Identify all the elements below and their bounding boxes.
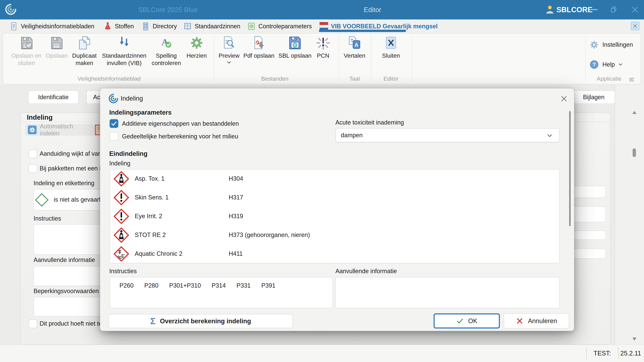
classification-hcode: H304	[229, 175, 243, 182]
active-tab-underline	[319, 30, 406, 32]
preview-button[interactable]: Preview	[216, 35, 242, 67]
p-codes-box[interactable]: P260 P280 P301+P310 P314 P331 P391	[110, 277, 333, 308]
window-title: Editor	[352, 0, 393, 19]
review-button[interactable]: Herzien	[181, 35, 212, 59]
window-scrollbar-thumb[interactable]	[632, 148, 636, 157]
substances-flask-icon	[103, 22, 112, 31]
additive-checkbox[interactable]	[110, 119, 118, 128]
p-code: P280	[144, 282, 158, 308]
close-icon	[633, 24, 638, 28]
attachments-pane	[615, 85, 644, 345]
classification-name: Aquatic Chronic 2	[135, 250, 182, 257]
close-editor-button[interactable]: Sluiten	[374, 35, 408, 59]
classification-row[interactable]: Eye Irrit. 2 H319	[110, 207, 559, 226]
classification-name: Asp. Tox. 1	[135, 175, 164, 182]
sbl-save-icon	[288, 35, 302, 50]
page-tab-identificatie[interactable]: Identificatie	[28, 90, 78, 104]
app-logo-icon	[5, 3, 17, 15]
help-button[interactable]: Help	[589, 60, 623, 69]
chevron-down-icon	[547, 133, 552, 139]
group-options-icon[interactable]	[629, 77, 634, 82]
classification-hcode: H319	[229, 213, 243, 220]
status-version: 25.2.11	[620, 345, 642, 362]
translate-icon	[347, 35, 362, 50]
scroll-down-arrow[interactable]	[632, 337, 636, 341]
save-sbl-button[interactable]: SBL opslaan	[274, 35, 316, 59]
acute-toxicity-select[interactable]: dampen	[336, 128, 560, 142]
not-hazardous-text: is niet als gevaarlij	[54, 196, 103, 203]
group-separator	[338, 36, 339, 82]
classification-name: Skin Sens. 1	[135, 194, 169, 201]
auto-classify-button[interactable]: Automatisch indelen	[25, 124, 94, 136]
classification-name: Eye Irrit. 2	[135, 213, 162, 220]
status-environment: TEST: SBL	[588, 345, 616, 362]
tab-label: Stoffen	[115, 23, 134, 30]
group-separator	[371, 36, 371, 82]
additive-label: Additieve eigenschappen van bestanddelen	[122, 120, 239, 127]
product-checkbox[interactable]	[28, 319, 37, 328]
chevron-down-icon	[618, 62, 623, 67]
dialog-scrollbar[interactable]	[569, 111, 571, 226]
minimize-button[interactable]	[590, 9, 598, 10]
scroll-up-arrow[interactable]	[632, 111, 636, 114]
tab-standaardzinnen[interactable]: Standaardzinnen	[183, 20, 240, 32]
packages-checkbox[interactable]	[28, 164, 37, 173]
classification-row[interactable]: Aquatic Chronic 2 H411	[110, 244, 559, 263]
designation-checkbox[interactable]	[28, 150, 37, 158]
classification-row[interactable]: Skin Sens. 1 H317	[110, 188, 559, 207]
classification-list[interactable]: Asp. Tox. 1 H304 Skin Sens. 1 H317 Eye I…	[110, 169, 560, 263]
dutch-flag-icon	[320, 22, 328, 31]
restore-button[interactable]	[610, 6, 618, 14]
help-icon	[589, 60, 599, 69]
tab-label: Standaardzinnen	[195, 23, 240, 30]
close-window-button[interactable]	[631, 6, 639, 14]
translate-button[interactable]: Vertalen	[340, 35, 369, 59]
classification-row[interactable]: Asp. Tox. 1 H304	[110, 170, 559, 188]
save-pdf-button[interactable]: Pdf opslaan	[239, 35, 279, 59]
user-avatar-icon[interactable]	[545, 4, 555, 15]
dialog-instructions-label: Instructies	[109, 268, 137, 275]
cancel-button[interactable]: Annuleren	[504, 313, 569, 329]
ribbon-group-label: Editor	[374, 75, 408, 83]
group-separator	[214, 36, 214, 82]
status-divider	[618, 347, 618, 359]
pcn-button[interactable]: PCN	[311, 35, 335, 59]
review-gear-icon	[189, 35, 204, 50]
overview-calculation-button[interactable]: Σ Overzicht berekening indeling	[108, 314, 293, 328]
labeling-label: Indeling en etikettering	[34, 180, 94, 187]
account-name[interactable]: SBLCORE	[556, 0, 592, 19]
pcn-icon	[316, 35, 330, 50]
check-icon	[456, 317, 464, 325]
group-separator	[412, 36, 412, 82]
group-separator	[585, 36, 586, 82]
p-code: P314	[212, 282, 226, 308]
save-and-close-button[interactable]: Opslaan en sluiten	[7, 35, 46, 67]
tab-controleparameters[interactable]: Controleparameters	[247, 20, 312, 32]
tab-stoffen[interactable]: Stoffen	[103, 20, 134, 32]
settings-gear-icon	[589, 40, 599, 50]
titlebar: SBLCore 2025 Blue Editor SBLCORE	[0, 0, 644, 19]
close-editor-icon	[384, 35, 398, 50]
tab-label: Controleparameters	[258, 23, 312, 30]
sds-document-icon	[10, 22, 18, 31]
phrases-book-icon	[183, 22, 192, 31]
p-code: P391	[262, 282, 276, 308]
ghs-pictogram-icon	[113, 189, 129, 206]
dialog-additional-label: Aanvullende informatie	[336, 268, 397, 275]
tab-veiligheidsinformatiebladen[interactable]: Veiligheidsinformatiebladen	[10, 20, 94, 32]
dialog-additional-box[interactable]	[336, 277, 560, 308]
page-tab-bijlagen[interactable]: Bijlagen	[572, 90, 615, 104]
dialog-close-button[interactable]	[560, 95, 568, 102]
ok-button[interactable]: OK	[434, 313, 500, 329]
classification-row[interactable]: STOT RE 2 H373 (gehoororganen, nieren)	[110, 226, 559, 244]
fill-phrases-icon	[117, 35, 132, 50]
close-tab-button[interactable]	[631, 22, 639, 30]
additional-label: Aanvullende informatie	[34, 256, 95, 263]
partial-recalc-checkbox[interactable]	[110, 132, 118, 141]
classification-hcode: H411	[229, 250, 243, 257]
acute-toxicity-label: Acute toxiciteit inademing	[336, 119, 404, 126]
statusbar	[0, 345, 644, 362]
settings-button[interactable]: Instellingen	[589, 40, 633, 50]
classification-hcode: H373 (gehoororganen, nieren)	[229, 231, 310, 238]
tab-directory[interactable]: Directory	[141, 20, 177, 32]
